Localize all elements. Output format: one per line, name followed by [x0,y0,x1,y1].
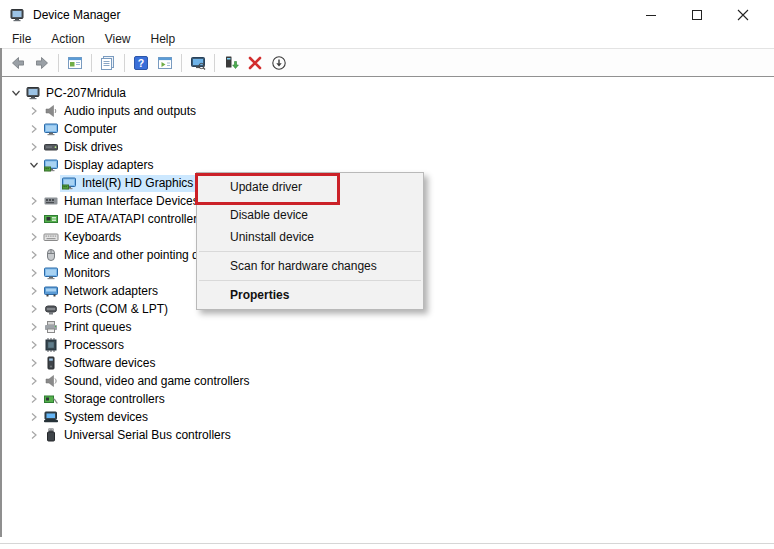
tree-item-sound-video-and-game-controllers[interactable]: Sound, video and game controllers [2,372,774,390]
chevron-right-icon[interactable] [26,354,42,372]
tree-item-label: Print queues [64,318,131,336]
node[interactable]: Audio inputs and outputs [42,103,199,120]
tree-item-universal-serial-bus-controllers[interactable]: Universal Serial Bus controllers [2,426,774,444]
node[interactable]: Disk drives [42,139,126,156]
properties-icon [100,55,116,71]
tree-item-storage-controllers[interactable]: Storage controllers [2,390,774,408]
selected-node[interactable]: Intel(R) HD Graphics [60,175,196,192]
tree-item-disk-drives[interactable]: Disk drives [2,138,774,156]
tree-item-computer[interactable]: Computer [2,120,774,138]
node[interactable]: Software devices [42,355,158,372]
chevron-right-icon[interactable] [26,408,42,426]
node[interactable]: IDE ATA/ATAPI controllers [42,211,206,228]
menu-action[interactable]: Action [41,30,94,48]
display-adapter-icon [43,157,59,173]
show-console-tree-button[interactable] [63,51,87,75]
tree-item-label: Audio inputs and outputs [64,102,196,120]
show-action-pane-button[interactable] [153,51,177,75]
uninstall-device-button[interactable] [243,51,267,75]
disable-device-button[interactable] [267,51,291,75]
network-icon [43,283,59,299]
window-bottom-edge [0,543,774,544]
tree-item-label: PC-207Mridula [46,84,126,102]
tree-item-label: Keyboards [64,228,121,246]
audio-icon [43,103,59,119]
tree-item-software-devices[interactable]: Software devices [2,354,774,372]
maximize-button[interactable] [674,0,720,30]
ports-icon [43,301,59,317]
back-button[interactable] [6,51,30,75]
toolbar-separator [214,54,215,72]
window-title: Device Manager [33,8,120,22]
chevron-right-icon[interactable] [26,138,42,156]
chevron-right-icon[interactable] [26,282,42,300]
chevron-right-icon[interactable] [26,300,42,318]
context-menu-item-uninstall-device[interactable]: Uninstall device [197,226,423,248]
chevron-right-icon[interactable] [26,102,42,120]
chevron-right-icon[interactable] [26,372,42,390]
menu-file[interactable]: File [2,30,41,48]
update-driver-icon [223,55,239,71]
sound-icon [43,373,59,389]
node[interactable]: System devices [42,409,151,426]
minimize-button[interactable] [628,0,674,30]
forward-button[interactable] [30,51,54,75]
hid-icon [43,193,59,209]
node[interactable]: Network adapters [42,283,161,300]
menu-bar: FileActionViewHelp [0,30,774,49]
close-button[interactable] [720,0,766,30]
node[interactable]: Print queues [42,319,134,336]
chevron-right-icon[interactable] [26,426,42,444]
node[interactable]: Storage controllers [42,391,168,408]
node[interactable]: Ports (COM & LPT) [42,301,171,318]
tree-item-pc-207mridula[interactable]: PC-207Mridula [2,84,774,102]
forward-arrow-icon [34,55,50,71]
chevron-right-icon[interactable] [26,390,42,408]
chevron-right-icon[interactable] [26,264,42,282]
context-menu-item-properties[interactable]: Properties [197,284,423,306]
context-menu-item-disable-device[interactable]: Disable device [197,204,423,226]
usb-icon [43,427,59,443]
chevron-right-icon[interactable] [26,210,42,228]
context-menu-separator [199,251,421,252]
menu-help[interactable]: Help [141,30,186,48]
menu-view[interactable]: View [95,30,141,48]
chevron-right-icon[interactable] [26,246,42,264]
node[interactable]: Monitors [42,265,113,282]
scan-for-hardware-changes-button[interactable] [186,51,210,75]
ide-icon [43,211,59,227]
chevron-right-icon[interactable] [26,318,42,336]
chevron-right-icon[interactable] [26,228,42,246]
tree-item-print-queues[interactable]: Print queues [2,318,774,336]
storage-icon [43,391,59,407]
tree-item-label: Network adapters [64,282,158,300]
node[interactable]: Keyboards [42,229,124,246]
chevron-down-icon[interactable] [26,156,42,174]
device-manager-window: Device Manager FileActionViewHelp ? PC-2… [0,0,774,549]
node[interactable]: Display adapters [42,157,156,174]
node[interactable]: PC-207Mridula [24,85,129,102]
chevron-right-icon[interactable] [26,120,42,138]
node[interactable]: Processors [42,337,127,354]
tree-item-label: Display adapters [64,156,153,174]
console-tree-icon [67,55,83,71]
tree-item-processors[interactable]: Processors [2,336,774,354]
context-menu-item-scan-for-hardware-changes[interactable]: Scan for hardware changes [197,255,423,277]
help-button[interactable]: ? [129,51,153,75]
chevron-right-icon[interactable] [26,192,42,210]
chevron-spacer [44,174,60,192]
chevron-down-icon[interactable] [8,84,24,102]
tree-item-label: System devices [64,408,148,426]
tree-item-audio-inputs-and-outputs[interactable]: Audio inputs and outputs [2,102,774,120]
node[interactable]: Computer [42,121,120,138]
node[interactable]: Human Interface Devices [42,193,202,210]
context-menu-item-update-driver[interactable]: Update driver [197,176,423,198]
node[interactable]: Universal Serial Bus controllers [42,427,234,444]
processor-icon [43,337,59,353]
tree-item-label: Processors [64,336,124,354]
tree-item-system-devices[interactable]: System devices [2,408,774,426]
properties-button[interactable] [96,51,120,75]
chevron-right-icon[interactable] [26,336,42,354]
node[interactable]: Sound, video and game controllers [42,373,252,390]
update-driver-button[interactable] [219,51,243,75]
